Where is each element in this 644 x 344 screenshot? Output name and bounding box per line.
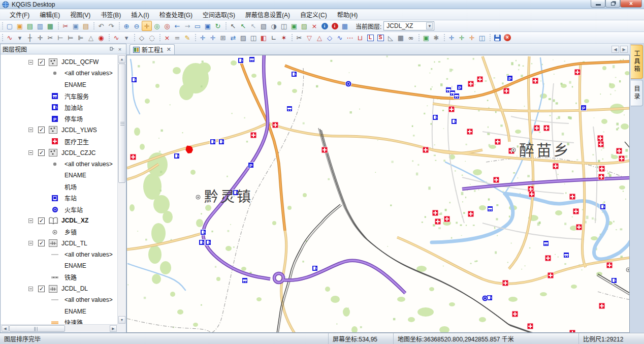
menu-item-4[interactable]: 书签(B) — [96, 9, 125, 20]
hospital-marker[interactable] — [444, 216, 450, 223]
stop-editing-button[interactable]: × — [502, 33, 512, 43]
clear-selection-button[interactable]: × — [309, 21, 319, 31]
hospital-marker[interactable] — [529, 191, 535, 198]
collapse-icon[interactable] — [28, 241, 33, 245]
legend-row[interactable]: <all other values> — [1, 159, 117, 170]
layer-visibility-checkbox[interactable]: ✓ — [38, 286, 45, 292]
previous-view-button[interactable]: ← — [172, 21, 182, 31]
cut-feature-button[interactable]: ✂ — [45, 33, 55, 43]
paste-button[interactable]: ▤ — [81, 21, 91, 31]
zoom-to-selection-button[interactable]: ▣ — [289, 21, 299, 31]
equal-tool-button[interactable]: = — [172, 33, 182, 43]
deselect-feature-button[interactable]: ↖ — [248, 21, 259, 31]
hospital-marker[interactable] — [616, 148, 623, 154]
car-service-marker[interactable] — [563, 252, 569, 258]
vertical-scroll-thumb[interactable] — [118, 64, 125, 183]
clip-down-button[interactable]: ▽ — [304, 33, 314, 43]
menu-item-2[interactable]: 编辑(E) — [35, 9, 65, 20]
triangle-tool-button[interactable]: △ — [86, 33, 96, 43]
collapse-icon[interactable] — [28, 150, 33, 155]
zoom-out-fixed-button[interactable]: ◎ — [162, 21, 172, 31]
menu-item-7[interactable]: 空间选取(S) — [198, 9, 240, 20]
style-brush-button[interactable]: ✎ — [182, 33, 192, 43]
town-marker[interactable] — [511, 147, 517, 153]
collapse-icon[interactable] — [28, 218, 33, 223]
hospital-marker[interactable] — [545, 255, 552, 262]
layer-row-JCDL_QCFW[interactable]: ✓JCDL_QCFW — [1, 56, 117, 68]
gas-station-marker[interactable] — [451, 118, 457, 124]
select-arrow-button[interactable]: ↖ — [228, 21, 238, 31]
legend-row[interactable]: 机场 — [1, 181, 117, 192]
hospital-marker[interactable] — [527, 323, 534, 330]
legend-row[interactable]: P停车场 — [1, 113, 117, 124]
full-extent-button[interactable]: ▭ — [192, 21, 203, 31]
restore-button[interactable] — [605, 0, 620, 8]
spline-curve-button[interactable]: ∿ — [335, 33, 345, 43]
hospital-marker[interactable] — [532, 78, 539, 84]
hospital-marker[interactable] — [477, 76, 484, 83]
hospital-marker[interactable] — [493, 177, 500, 183]
menu-item-1[interactable]: 文件(F) — [5, 9, 34, 20]
copy-button[interactable]: ▣ — [71, 21, 81, 31]
hospital-marker[interactable] — [250, 132, 257, 139]
form-view-button[interactable]: ◫ — [477, 33, 487, 43]
schedule-tool-button[interactable]: ▦ — [396, 33, 406, 43]
parking-marker[interactable]: P — [581, 105, 587, 111]
zoom-in-fixed-button[interactable]: ◎ — [152, 21, 162, 31]
snap-edit-end-button[interactable]: ✛ — [467, 33, 477, 43]
union-diamond-button[interactable]: ◇ — [325, 33, 335, 43]
legend-row[interactable]: ENAME — [1, 306, 117, 317]
gas-station-marker[interactable] — [199, 239, 205, 245]
hospital-marker[interactable] — [599, 303, 605, 309]
zoom-out-button[interactable]: ⊖ — [132, 21, 142, 31]
tree-vertical-scrollbar[interactable]: ▲ ▼ — [117, 55, 125, 324]
horizontal-scroll-thumb[interactable] — [9, 325, 65, 332]
legend-row[interactable]: <all other values> — [1, 249, 117, 260]
collapse-icon[interactable] — [28, 128, 33, 132]
vertex-insert-1-button[interactable]: ⊨ — [66, 33, 76, 43]
pin-icon[interactable] — [108, 45, 116, 53]
open-project-button[interactable]: ▣ — [15, 21, 25, 31]
vertex-move-1-button[interactable]: ⊫ — [76, 33, 86, 43]
move-feature-button[interactable]: ✛ — [35, 33, 45, 43]
legend-row[interactable]: <all other values> — [1, 68, 117, 79]
car-service-marker[interactable] — [487, 206, 493, 212]
tree-horizontal-scrollbar[interactable]: ◀ ▶ — [1, 324, 117, 332]
explode-feature-button[interactable]: ✶ — [279, 33, 289, 43]
selected-feature-marker[interactable] — [185, 145, 193, 154]
hospital-marker[interactable] — [502, 280, 509, 287]
hospital-marker[interactable] — [423, 147, 429, 153]
polyline-red-button[interactable]: ∿ — [111, 33, 121, 43]
hospital-marker[interactable] — [495, 139, 501, 145]
layer-visibility-checkbox[interactable]: ✓ — [38, 217, 45, 224]
dock-tab-toolbox[interactable]: 工具箱 — [631, 45, 643, 79]
gas-station-marker[interactable] — [200, 229, 206, 235]
identify-advanced-icon[interactable]: i — [330, 21, 340, 31]
move-node-button[interactable]: ✛ — [198, 33, 208, 43]
legend-row[interactable]: 车站 — [1, 193, 117, 204]
minimize-button[interactable] — [591, 0, 605, 8]
gas-station-marker[interactable] — [611, 277, 617, 284]
parking-marker[interactable]: P — [248, 162, 254, 168]
gas-station-marker[interactable] — [291, 71, 297, 77]
scroll-left-icon[interactable]: ◀ — [2, 325, 9, 332]
hospital-marker[interactable] — [130, 154, 137, 161]
car-service-marker[interactable] — [543, 240, 549, 246]
collapse-icon[interactable] — [28, 287, 33, 291]
identify-icon[interactable]: i — [319, 21, 330, 31]
gas-station-marker[interactable] — [432, 114, 438, 120]
legend-row[interactable]: 汽车服务 — [1, 90, 117, 102]
select-window-button[interactable]: ◫ — [279, 21, 289, 31]
menu-item-8[interactable]: 屏蔽信息设置(A) — [241, 9, 295, 20]
town-marker[interactable] — [626, 267, 630, 273]
legend-row[interactable]: 快速路 — [1, 317, 117, 324]
layer-row-JCDL_TL[interactable]: ✓JCDL_TL — [1, 238, 117, 249]
hospital-marker[interactable] — [503, 88, 510, 95]
split-vertex-button[interactable]: ┼ — [25, 33, 35, 43]
length-label-button[interactable]: L — [365, 33, 375, 43]
cut-button[interactable]: ✂ — [60, 21, 71, 31]
hospital-marker[interactable] — [468, 81, 474, 87]
sketch-dropdown-button[interactable]: ▾ — [15, 33, 25, 43]
pan-button[interactable]: ✛ — [142, 21, 152, 31]
select-feature-button[interactable]: ↖ — [238, 21, 248, 31]
